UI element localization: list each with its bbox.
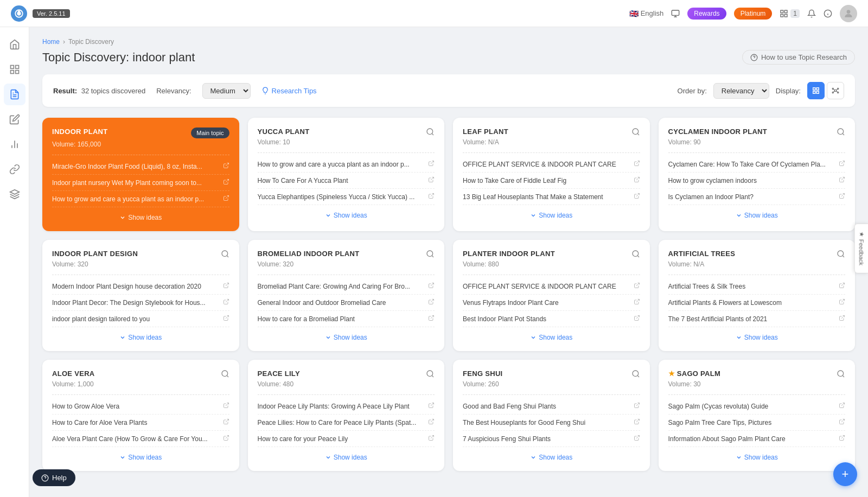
card-link-1[interactable]: Sago Palm Tree Care Tips, Pictures [668, 415, 846, 431]
card-link-1[interactable]: The Best Houseplants for Good Feng Shui [463, 415, 640, 431]
card-link-2[interactable]: How to care for your Peace Lily [258, 431, 435, 447]
ext-link-icon [839, 298, 845, 307]
card-link-2[interactable]: 7 Auspicious Feng Shui Plants [463, 431, 640, 447]
card-planter-indoor-plant: PLANTER INDOOR PLANT Volume: 880 OFFICE … [453, 240, 650, 351]
sidebar-item-chart[interactable] [4, 133, 25, 155]
user-avatar[interactable] [840, 5, 857, 22]
show-ideas-button[interactable]: Show ideas [463, 454, 640, 461]
card-link-2[interactable]: 13 Big Leaf Houseplants That Make a Stat… [463, 189, 640, 205]
card-link-0[interactable]: Miracle-Gro Indoor Plant Food (Liquid), … [52, 158, 229, 175]
search-icon[interactable] [426, 369, 435, 378]
research-tips-button[interactable]: Research Tips [261, 87, 317, 95]
ext-link-icon [223, 162, 229, 170]
card-link-1[interactable]: How to grow cyclamen indoors [668, 173, 846, 189]
search-icon[interactable] [221, 369, 229, 378]
card-link-0[interactable]: Cyclamen Care: How To Take Care Of Cycla… [668, 156, 846, 173]
card-link-0[interactable]: OFFICE PLANT SERVICE & INDOOR PLANT CARE [463, 156, 640, 173]
card-link-0[interactable]: Indoor Peace Lily Plants: Growing A Peac… [258, 398, 435, 415]
rewards-button[interactable]: Rewards [687, 8, 726, 20]
feedback-tab[interactable]: ★ Feedback [854, 224, 868, 273]
search-icon[interactable] [631, 369, 640, 378]
order-by-select[interactable]: Relevancy Volume Difficulty [713, 83, 769, 99]
monitor-icon [671, 9, 680, 18]
show-ideas-button[interactable]: Show ideas [52, 214, 229, 221]
card-link-2[interactable]: The 7 Best Artificial Plants of 2021 [668, 311, 846, 327]
search-icon[interactable] [426, 250, 435, 258]
display-mindmap-button[interactable] [827, 82, 844, 99]
external-link-icon [223, 435, 229, 441]
search-icon[interactable] [221, 250, 229, 258]
notification-button[interactable] [807, 9, 816, 18]
card-link-1[interactable]: Venus Flytraps Indoor Plant Care [463, 295, 640, 311]
show-ideas-button[interactable]: Show ideas [52, 334, 229, 341]
card-divider [258, 275, 435, 275]
show-ideas-button[interactable]: Show ideas [52, 454, 229, 461]
info-button[interactable] [824, 9, 832, 18]
card-yucca-plant: YUCCA PLANT Volume: 10 How to grow and c… [248, 118, 445, 231]
show-ideas-button[interactable]: Show ideas [463, 212, 640, 219]
ext-link-icon [428, 282, 435, 290]
card-link-text: OFFICE PLANT SERVICE & INDOOR PLANT CARE [463, 283, 630, 290]
card-link-2[interactable]: Information About Sago Palm Plant Care [668, 431, 846, 447]
card-link-0[interactable]: Good and Bad Feng Shui Plants [463, 398, 640, 415]
language-selector[interactable]: 🇬🇧 English [629, 9, 664, 18]
grid-menu-button[interactable]: 1 [780, 9, 800, 18]
sidebar-item-home[interactable] [4, 34, 25, 55]
card-link-1[interactable]: How To Care For A Yucca Plant [258, 173, 435, 189]
card-link-1[interactable]: Indoor Plant Decor: The Design Stylebook… [52, 295, 229, 311]
card-link-2[interactable]: indoor plant design tailored to you [52, 311, 229, 327]
card-link-1[interactable]: Indoor plant nursery Wet My Plant coming… [52, 175, 229, 191]
breadcrumb-home[interactable]: Home [42, 38, 60, 46]
card-link-2[interactable]: How to care for a Bromeliad Plant [258, 311, 435, 327]
card-link-0[interactable]: How to Grow Aloe Vera [52, 398, 229, 415]
fab-button[interactable]: + [833, 462, 857, 486]
show-ideas-button[interactable]: Show ideas [668, 212, 846, 219]
sidebar-item-layers[interactable] [4, 183, 25, 205]
search-icon[interactable] [631, 250, 640, 258]
card-link-text: Information About Sago Palm Plant Care [668, 435, 836, 443]
card-link-1[interactable]: Artificial Plants & Flowers at Lowescom [668, 295, 846, 311]
show-ideas-button[interactable]: Show ideas [463, 334, 640, 341]
show-ideas-label: Show ideas [744, 454, 778, 461]
sidebar-item-pencil[interactable] [4, 109, 25, 130]
search-icon[interactable] [426, 128, 435, 136]
card-link-0[interactable]: OFFICE PLANT SERVICE & INDOOR PLANT CARE [463, 278, 640, 295]
card-link-2[interactable]: Yucca Elephantipes (Spineless Yucca / St… [258, 189, 435, 205]
card-link-0[interactable]: How to grow and care a yucca plant as an… [258, 156, 435, 173]
search-icon[interactable] [631, 128, 640, 136]
help-button[interactable]: Help [33, 469, 75, 486]
show-ideas-button[interactable]: Show ideas [668, 454, 846, 461]
card-link-2[interactable]: Aloe Vera Plant Care (How To Grow & Care… [52, 431, 229, 447]
card-leaf-plant: LEAF PLANT Volume: N/A OFFICE PLANT SERV… [453, 118, 650, 231]
show-ideas-button[interactable]: Show ideas [668, 334, 846, 341]
svg-line-40 [431, 161, 434, 164]
search-icon[interactable] [837, 128, 845, 136]
card-link-1[interactable]: General Indoor and Outdoor Bromeliad Car… [258, 295, 435, 311]
search-icon[interactable] [837, 250, 845, 258]
show-ideas-button[interactable]: Show ideas [258, 212, 435, 219]
sidebar-item-document[interactable] [4, 84, 25, 105]
card-link-2[interactable]: How to grow and care a yucca plant as an… [52, 191, 229, 207]
card-link-0[interactable]: Bromeliad Plant Care: Growing And Caring… [258, 278, 435, 295]
sidebar-item-grid[interactable] [4, 59, 25, 80]
show-ideas-button[interactable]: Show ideas [258, 334, 435, 341]
chevron-down-icon [736, 334, 742, 341]
card-link-1[interactable]: How to Care for Aloe Vera Plants [52, 415, 229, 431]
card-link-0[interactable]: Sago Palm (Cycas revoluta) Guide [668, 398, 846, 415]
search-icon[interactable] [837, 369, 845, 378]
card-link-0[interactable]: Modern Indoor Plant Design house decorat… [52, 278, 229, 295]
platinum-button[interactable]: Platinum [734, 8, 773, 20]
monitor-button[interactable] [671, 9, 680, 18]
card-link-1[interactable]: How to Take Care of Fiddle Leaf Fig [463, 173, 640, 189]
card-link-2[interactable]: Best Indoor Plant Pot Stands [463, 311, 640, 327]
app-logo[interactable] [11, 5, 27, 22]
card-link-0[interactable]: Artificial Trees & Silk Trees [668, 278, 846, 295]
how-to-button[interactable]: How to use Topic Research [742, 50, 855, 65]
relevancy-select[interactable]: Low Medium High [202, 83, 251, 99]
show-ideas-button[interactable]: Show ideas [258, 454, 435, 461]
card-divider [463, 394, 640, 395]
display-grid-button[interactable] [807, 82, 825, 99]
card-link-1[interactable]: Peace Lilies: How to Care for Peace Lily… [258, 415, 435, 431]
sidebar-item-link[interactable] [4, 158, 25, 180]
card-link-2[interactable]: Is Cyclamen an Indoor Plant? [668, 189, 846, 205]
